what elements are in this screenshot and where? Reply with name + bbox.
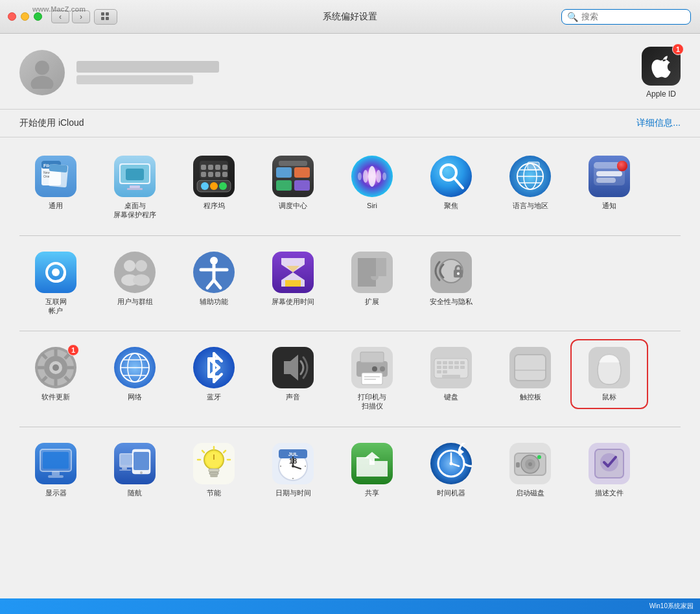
- energy-icon: [193, 443, 235, 484]
- pref-item-mouse[interactable]: 鼠标: [573, 342, 646, 407]
- pref-item-softwareupdate[interactable]: 1 软件更新: [19, 342, 92, 407]
- pref-item-mission[interactable]: 调度中心: [257, 150, 329, 215]
- pref-item-siri[interactable]: Siri: [336, 150, 408, 215]
- svg-point-66: [114, 252, 156, 293]
- apple-id-section[interactable]: 1 Apple ID: [642, 47, 681, 99]
- svg-rect-17: [126, 169, 144, 180]
- pref-item-spotlight[interactable]: 聚焦: [415, 150, 487, 215]
- energy-label: 节能: [207, 488, 221, 497]
- pref-item-general[interactable]: File New One 通用: [19, 150, 92, 215]
- svg-rect-125: [449, 361, 453, 364]
- profile-section: 1 Apple ID: [0, 34, 700, 110]
- titlebar: ‹ › 系统偏好设置 🔍 www.MacZ.com: [0, 0, 700, 34]
- mission-control-label: 调度中心: [279, 201, 307, 210]
- pref-item-displays[interactable]: 显示器: [19, 438, 92, 502]
- startupdisk-icon: [509, 443, 551, 484]
- prefs-row-3: 1 软件更新: [19, 342, 681, 416]
- pref-item-dock[interactable]: 程序坞: [178, 150, 250, 215]
- search-input[interactable]: [581, 12, 685, 21]
- grid-view-button[interactable]: [94, 9, 117, 25]
- apple-logo-icon: [649, 54, 673, 78]
- svg-rect-19: [127, 188, 143, 190]
- close-button[interactable]: [8, 12, 16, 21]
- svg-rect-55: [528, 162, 539, 170]
- bottom-watermark-bar: Win10系统家园: [0, 598, 700, 614]
- pref-item-internet[interactable]: 互联网 帐户: [19, 246, 92, 321]
- svg-point-190: [537, 455, 541, 459]
- svg-rect-191: [516, 462, 520, 467]
- pref-item-keyboard[interactable]: 键盘: [415, 342, 487, 407]
- svg-rect-152: [119, 469, 131, 471]
- svg-rect-0: [101, 12, 104, 16]
- bluetooth-label: 蓝牙: [207, 392, 221, 401]
- avatar-icon: [26, 56, 58, 89]
- general-icon: File New One: [35, 156, 76, 197]
- pref-item-desktop[interactable]: 桌面与 屏幕保护程序: [99, 150, 171, 225]
- svg-rect-130: [449, 366, 453, 369]
- pref-item-sharing[interactable]: 共享: [336, 438, 408, 502]
- svg-point-67: [124, 260, 135, 272]
- pref-item-language[interactable]: 语言与地区: [494, 150, 566, 215]
- network-label: 网络: [128, 392, 142, 401]
- svg-point-119: [380, 366, 385, 372]
- search-box[interactable]: 🔍: [561, 9, 691, 25]
- svg-rect-31: [208, 172, 213, 177]
- pref-item-sidecar[interactable]: 随航: [99, 438, 171, 502]
- pref-item-sound[interactable]: 声音: [257, 342, 329, 407]
- pref-item-notifications[interactable]: 通知: [573, 150, 646, 215]
- maximize-button[interactable]: [34, 12, 42, 21]
- svg-rect-33: [222, 172, 228, 177]
- svg-text:One: One: [43, 174, 50, 178]
- printers-icon: [351, 347, 393, 388]
- pref-item-energy[interactable]: 节能: [178, 438, 250, 502]
- svg-rect-150: [121, 455, 132, 465]
- pref-item-network[interactable]: 网络: [99, 342, 171, 407]
- prefs-row-2: 互联网 帐户 用户与群组: [19, 246, 681, 321]
- svg-rect-32: [215, 172, 220, 177]
- svg-point-172: [292, 465, 294, 467]
- svg-rect-60: [596, 178, 616, 183]
- bluetooth-icon: [193, 347, 235, 388]
- svg-rect-131: [454, 366, 459, 369]
- network-icon: [114, 347, 156, 388]
- pref-item-screentime[interactable]: 屏幕使用时间: [257, 246, 329, 311]
- svg-rect-158: [209, 472, 218, 475]
- sidecar-label: 随航: [128, 488, 142, 497]
- pref-item-profiles[interactable]: 描述文件: [573, 438, 646, 502]
- svg-point-45: [382, 172, 386, 180]
- pref-item-trackpad[interactable]: 触控板: [494, 342, 566, 407]
- pref-item-extensions[interactable]: 扩展: [336, 246, 408, 311]
- internet-label: 互联网 帐户: [45, 297, 67, 316]
- prefs-row-1: File New One 通用: [19, 150, 681, 225]
- svg-rect-27: [208, 165, 213, 170]
- svg-rect-147: [134, 452, 149, 470]
- displays-label: 显示器: [45, 488, 67, 497]
- svg-rect-2: [101, 17, 104, 20]
- svg-rect-37: [276, 180, 292, 191]
- svg-rect-36: [294, 167, 310, 178]
- printers-label: 打印机与 扫描仪: [358, 392, 386, 411]
- pref-item-users[interactable]: 用户与群组: [99, 246, 171, 311]
- window-title: 系统偏好设置: [323, 11, 377, 23]
- svg-point-25: [219, 182, 227, 190]
- svg-point-189: [528, 462, 532, 466]
- svg-marker-79: [285, 280, 301, 287]
- trackpad-label: 触控板: [520, 392, 541, 401]
- pref-item-startupdisk[interactable]: 启动磁盘: [494, 438, 566, 502]
- icloud-detail-link[interactable]: 详细信息...: [636, 117, 681, 129]
- accessibility-icon: [193, 252, 235, 293]
- pref-item-accessibility[interactable]: 辅助功能: [178, 246, 250, 311]
- section-separator-3: [19, 427, 681, 427]
- softwareupdate-icon: 1: [35, 347, 76, 388]
- pref-item-bluetooth[interactable]: 蓝牙: [178, 342, 250, 407]
- minimize-button[interactable]: [21, 12, 29, 21]
- svg-rect-126: [454, 361, 459, 364]
- svg-point-65: [52, 268, 60, 276]
- pref-item-timemachine[interactable]: 时间机器: [415, 438, 487, 502]
- icloud-banner: 开始使用 iCloud 详细信息...: [0, 110, 700, 137]
- pref-item-datetime[interactable]: JUL 18 日期与时间: [257, 438, 329, 502]
- datetime-label: 日期与时间: [275, 488, 311, 497]
- pref-item-security[interactable]: 安全性与隐私: [415, 246, 487, 311]
- pref-item-printers[interactable]: 打印机与 扫描仪: [336, 342, 408, 416]
- profile-email: [76, 75, 193, 84]
